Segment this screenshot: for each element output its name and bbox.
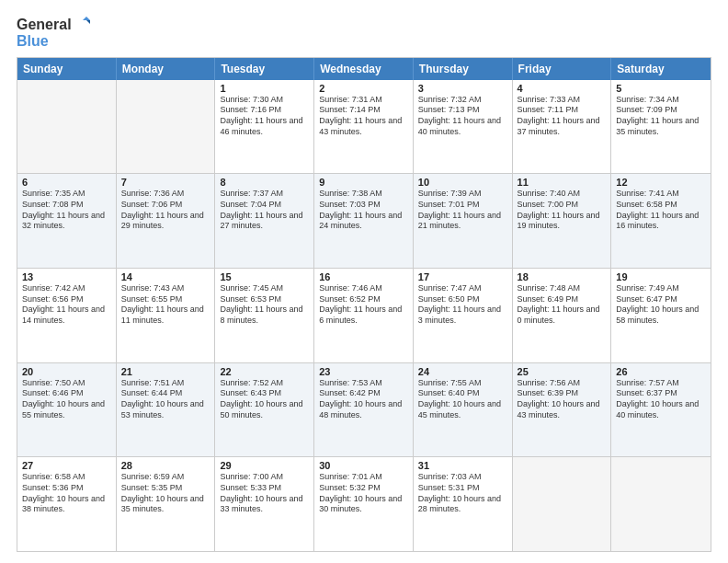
day-number: 23 bbox=[319, 366, 408, 377]
day-number: 29 bbox=[220, 460, 309, 471]
header: General Blue bbox=[17, 17, 711, 50]
day-number: 22 bbox=[220, 366, 309, 377]
day-info: Sunrise: 7:03 AM Sunset: 5:31 PM Dayligh… bbox=[418, 472, 507, 515]
day-number: 16 bbox=[319, 271, 408, 282]
calendar-header: SundayMondayTuesdayWednesdayThursdayFrid… bbox=[17, 58, 711, 80]
calendar-cell: 24Sunrise: 7:55 AM Sunset: 6:40 PM Dayli… bbox=[414, 363, 513, 457]
calendar-cell: 28Sunrise: 6:59 AM Sunset: 5:35 PM Dayli… bbox=[117, 457, 216, 551]
calendar-cell: 3Sunrise: 7:32 AM Sunset: 7:13 PM Daylig… bbox=[414, 80, 513, 174]
logo-general: General bbox=[17, 17, 72, 33]
calendar-week-4: 20Sunrise: 7:50 AM Sunset: 6:46 PM Dayli… bbox=[17, 362, 711, 457]
day-number: 31 bbox=[418, 460, 507, 471]
day-number: 15 bbox=[220, 271, 309, 282]
svg-marker-0 bbox=[83, 17, 90, 20]
calendar: SundayMondayTuesdayWednesdayThursdayFrid… bbox=[17, 57, 711, 552]
day-number: 4 bbox=[518, 83, 607, 94]
day-info: Sunrise: 7:00 AM Sunset: 5:33 PM Dayligh… bbox=[220, 472, 309, 515]
calendar-cell: 10Sunrise: 7:39 AM Sunset: 7:01 PM Dayli… bbox=[414, 174, 513, 268]
calendar-cell: 9Sunrise: 7:38 AM Sunset: 7:03 PM Daylig… bbox=[314, 174, 414, 268]
day-info: Sunrise: 7:35 AM Sunset: 7:08 PM Dayligh… bbox=[22, 189, 111, 232]
day-info: Sunrise: 7:50 AM Sunset: 6:46 PM Dayligh… bbox=[22, 378, 111, 421]
calendar-week-3: 13Sunrise: 7:42 AM Sunset: 6:56 PM Dayli… bbox=[17, 268, 711, 362]
calendar-cell: 20Sunrise: 7:50 AM Sunset: 6:46 PM Dayli… bbox=[17, 363, 117, 457]
day-info: Sunrise: 7:30 AM Sunset: 7:16 PM Dayligh… bbox=[220, 95, 309, 138]
day-info: Sunrise: 7:45 AM Sunset: 6:53 PM Dayligh… bbox=[220, 283, 309, 327]
calendar-cell: 4Sunrise: 7:33 AM Sunset: 7:11 PM Daylig… bbox=[513, 80, 612, 174]
calendar-cell: 12Sunrise: 7:41 AM Sunset: 6:58 PM Dayli… bbox=[611, 174, 711, 268]
header-day-sunday: Sunday bbox=[17, 58, 117, 80]
day-number: 3 bbox=[418, 83, 507, 94]
day-number: 2 bbox=[319, 83, 408, 94]
day-info: Sunrise: 7:32 AM Sunset: 7:13 PM Dayligh… bbox=[418, 95, 507, 138]
logo-bird-icon bbox=[74, 17, 90, 33]
day-info: Sunrise: 7:36 AM Sunset: 7:06 PM Dayligh… bbox=[121, 189, 210, 232]
calendar-cell bbox=[513, 457, 612, 551]
header-day-tuesday: Tuesday bbox=[215, 58, 314, 80]
calendar-cell: 1Sunrise: 7:30 AM Sunset: 7:16 PM Daylig… bbox=[215, 80, 314, 174]
day-number: 28 bbox=[121, 460, 210, 471]
day-info: Sunrise: 7:01 AM Sunset: 5:32 PM Dayligh… bbox=[319, 472, 408, 515]
calendar-body: 1Sunrise: 7:30 AM Sunset: 7:16 PM Daylig… bbox=[17, 80, 711, 551]
day-number: 21 bbox=[121, 366, 210, 377]
day-info: Sunrise: 7:48 AM Sunset: 6:49 PM Dayligh… bbox=[518, 283, 607, 327]
day-number: 7 bbox=[121, 177, 210, 188]
day-info: Sunrise: 7:40 AM Sunset: 7:00 PM Dayligh… bbox=[518, 189, 607, 232]
calendar-cell bbox=[611, 457, 711, 551]
day-number: 18 bbox=[518, 271, 607, 282]
day-number: 19 bbox=[616, 271, 706, 282]
day-info: Sunrise: 7:42 AM Sunset: 6:56 PM Dayligh… bbox=[22, 283, 111, 327]
header-day-wednesday: Wednesday bbox=[314, 58, 414, 80]
day-info: Sunrise: 7:57 AM Sunset: 6:37 PM Dayligh… bbox=[616, 378, 706, 421]
calendar-cell: 16Sunrise: 7:46 AM Sunset: 6:52 PM Dayli… bbox=[314, 269, 414, 362]
day-number: 1 bbox=[220, 83, 309, 94]
header-day-thursday: Thursday bbox=[414, 58, 513, 80]
day-info: Sunrise: 7:55 AM Sunset: 6:40 PM Dayligh… bbox=[418, 378, 507, 421]
day-info: Sunrise: 7:47 AM Sunset: 6:50 PM Dayligh… bbox=[418, 283, 507, 327]
day-info: Sunrise: 7:53 AM Sunset: 6:42 PM Dayligh… bbox=[319, 378, 408, 421]
day-number: 9 bbox=[319, 177, 408, 188]
calendar-cell: 26Sunrise: 7:57 AM Sunset: 6:37 PM Dayli… bbox=[611, 363, 711, 457]
calendar-cell: 21Sunrise: 7:51 AM Sunset: 6:44 PM Dayli… bbox=[117, 363, 216, 457]
calendar-cell: 8Sunrise: 7:37 AM Sunset: 7:04 PM Daylig… bbox=[215, 174, 314, 268]
day-info: Sunrise: 7:46 AM Sunset: 6:52 PM Dayligh… bbox=[319, 283, 408, 327]
day-info: Sunrise: 7:38 AM Sunset: 7:03 PM Dayligh… bbox=[319, 189, 408, 232]
day-number: 12 bbox=[616, 177, 706, 188]
calendar-cell: 5Sunrise: 7:34 AM Sunset: 7:09 PM Daylig… bbox=[611, 80, 711, 174]
calendar-cell: 31Sunrise: 7:03 AM Sunset: 5:31 PM Dayli… bbox=[414, 457, 513, 551]
day-info: Sunrise: 7:37 AM Sunset: 7:04 PM Dayligh… bbox=[220, 189, 309, 232]
day-info: Sunrise: 7:56 AM Sunset: 6:39 PM Dayligh… bbox=[518, 378, 607, 421]
calendar-cell: 14Sunrise: 7:43 AM Sunset: 6:55 PM Dayli… bbox=[117, 269, 216, 362]
day-info: Sunrise: 7:51 AM Sunset: 6:44 PM Dayligh… bbox=[121, 378, 210, 421]
day-number: 27 bbox=[22, 460, 111, 471]
page: General Blue SundayMondayTuesdayWednesda… bbox=[0, 0, 728, 563]
day-info: Sunrise: 6:59 AM Sunset: 5:35 PM Dayligh… bbox=[121, 472, 210, 515]
header-day-saturday: Saturday bbox=[611, 58, 711, 80]
calendar-cell: 27Sunrise: 6:58 AM Sunset: 5:36 PM Dayli… bbox=[17, 457, 117, 551]
calendar-cell: 25Sunrise: 7:56 AM Sunset: 6:39 PM Dayli… bbox=[513, 363, 612, 457]
day-number: 30 bbox=[319, 460, 408, 471]
day-number: 13 bbox=[22, 271, 111, 282]
day-number: 11 bbox=[518, 177, 607, 188]
day-info: Sunrise: 7:49 AM Sunset: 6:47 PM Dayligh… bbox=[616, 283, 706, 327]
logo-svg: General Blue bbox=[17, 17, 90, 50]
logo: General Blue bbox=[17, 17, 90, 50]
calendar-cell bbox=[17, 80, 117, 174]
calendar-cell: 2Sunrise: 7:31 AM Sunset: 7:14 PM Daylig… bbox=[314, 80, 414, 174]
calendar-cell: 19Sunrise: 7:49 AM Sunset: 6:47 PM Dayli… bbox=[611, 269, 711, 362]
day-number: 24 bbox=[418, 366, 507, 377]
calendar-week-5: 27Sunrise: 6:58 AM Sunset: 5:36 PM Dayli… bbox=[17, 456, 711, 551]
calendar-cell bbox=[117, 80, 216, 174]
day-info: Sunrise: 7:33 AM Sunset: 7:11 PM Dayligh… bbox=[518, 95, 607, 138]
calendar-cell: 6Sunrise: 7:35 AM Sunset: 7:08 PM Daylig… bbox=[17, 174, 117, 268]
calendar-cell: 17Sunrise: 7:47 AM Sunset: 6:50 PM Dayli… bbox=[414, 269, 513, 362]
calendar-cell: 7Sunrise: 7:36 AM Sunset: 7:06 PM Daylig… bbox=[117, 174, 216, 268]
day-number: 14 bbox=[121, 271, 210, 282]
calendar-week-1: 1Sunrise: 7:30 AM Sunset: 7:16 PM Daylig… bbox=[17, 80, 711, 174]
day-number: 17 bbox=[418, 271, 507, 282]
calendar-cell: 15Sunrise: 7:45 AM Sunset: 6:53 PM Dayli… bbox=[215, 269, 314, 362]
calendar-cell: 11Sunrise: 7:40 AM Sunset: 7:00 PM Dayli… bbox=[513, 174, 612, 268]
calendar-cell: 23Sunrise: 7:53 AM Sunset: 6:42 PM Dayli… bbox=[314, 363, 414, 457]
day-number: 8 bbox=[220, 177, 309, 188]
day-info: Sunrise: 7:39 AM Sunset: 7:01 PM Dayligh… bbox=[418, 189, 507, 232]
day-number: 25 bbox=[518, 366, 607, 377]
